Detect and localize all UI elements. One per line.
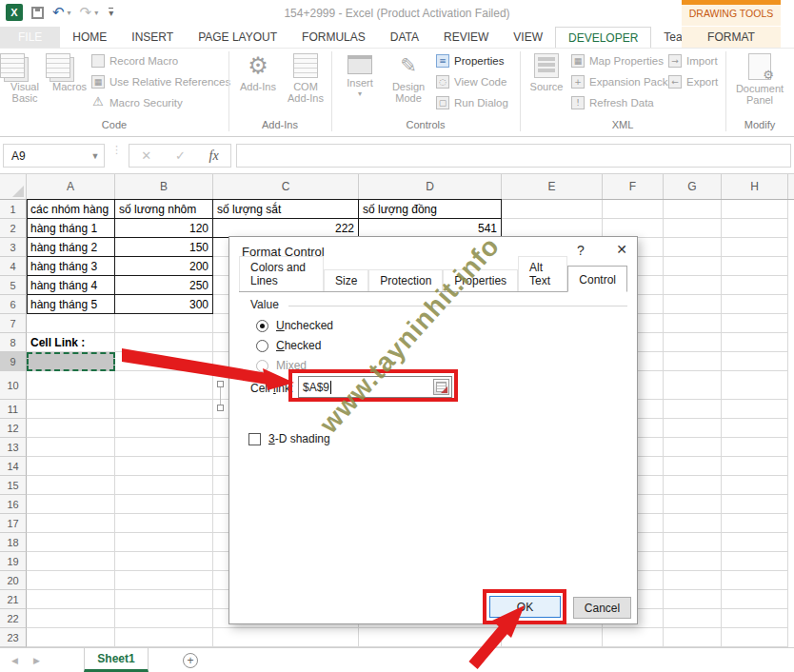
cell-G9[interactable] — [664, 352, 722, 371]
cell-H14[interactable] — [722, 457, 788, 476]
cell-A17[interactable] — [27, 514, 115, 533]
run-dialog-button[interactable]: ▢Run Dialog — [436, 94, 508, 111]
expansion-packs-button[interactable]: +Expansion Packs — [571, 73, 673, 90]
cell-G16[interactable] — [664, 495, 722, 514]
row-header-4[interactable]: 4 — [0, 257, 27, 276]
column-header-F[interactable]: F — [603, 174, 664, 199]
cell-H5[interactable] — [722, 276, 788, 295]
properties-button[interactable]: ≡Properties — [436, 52, 508, 69]
cell-G13[interactable] — [664, 438, 722, 457]
row-header-7[interactable]: 7 — [0, 314, 27, 333]
cell-G11[interactable] — [664, 400, 722, 419]
tab-developer[interactable]: DEVELOPER — [555, 27, 651, 48]
row-header-20[interactable]: 20 — [0, 571, 27, 590]
name-box[interactable]: A9 ▼ — [3, 144, 105, 168]
cell-B23[interactable] — [115, 628, 213, 647]
cell-G14[interactable] — [664, 457, 722, 476]
row-header-14[interactable]: 14 — [0, 457, 27, 476]
cell-A18[interactable] — [27, 533, 115, 552]
column-header-D[interactable]: D — [359, 174, 502, 199]
cell-A19[interactable] — [27, 552, 115, 571]
tab-review[interactable]: REVIEW — [431, 27, 501, 48]
cell-F2[interactable] — [603, 219, 664, 238]
row-header-22[interactable]: 22 — [0, 609, 27, 628]
cell-B6[interactable]: 300 — [115, 295, 213, 314]
cancel-entry-icon[interactable]: ✕ — [141, 148, 151, 163]
column-header-C[interactable]: C — [213, 174, 359, 199]
cell-H12[interactable] — [722, 419, 788, 438]
cell-G2[interactable] — [664, 219, 722, 238]
cell-D2[interactable]: 541 — [359, 219, 502, 238]
row-header-15[interactable]: 15 — [0, 476, 27, 495]
enter-entry-icon[interactable]: ✓ — [175, 148, 186, 163]
row-header-1[interactable]: 1 — [0, 200, 27, 219]
cell-B10[interactable] — [115, 371, 213, 400]
cell-B1[interactable]: số lương nhôm — [115, 199, 213, 219]
refresh-data-button[interactable]: !Refresh Data — [571, 94, 673, 111]
visual-basic-button[interactable]: Visual Basic — [4, 51, 46, 118]
cell-D23[interactable] — [359, 628, 502, 647]
cell-A4[interactable]: hàng tháng 3 — [27, 257, 115, 276]
cell-G4[interactable] — [664, 257, 722, 276]
cell-A14[interactable] — [27, 457, 115, 476]
dialog-tab-colors-and-lines[interactable]: Colors and Lines — [239, 256, 324, 291]
column-header-H[interactable]: H — [722, 174, 788, 199]
sheet-nav-right-icon[interactable]: ▶ — [33, 656, 40, 665]
document-panel-button[interactable]: Document Panel — [731, 51, 788, 118]
cell-G3[interactable] — [664, 238, 722, 257]
cell-G21[interactable] — [664, 590, 722, 609]
cell-H4[interactable] — [722, 257, 788, 276]
cell-H15[interactable] — [722, 476, 788, 495]
cell-link-input[interactable]: $A$9 — [298, 376, 452, 398]
cell-A11[interactable] — [27, 400, 115, 419]
tab-data[interactable]: DATA — [378, 27, 431, 48]
cell-B5[interactable]: 250 — [115, 276, 213, 295]
cell-G5[interactable] — [664, 276, 722, 295]
dialog-tab-properties[interactable]: Properties — [443, 269, 518, 291]
map-properties-button[interactable]: ▦Map Properties — [571, 52, 673, 69]
add-ins-button[interactable]: ⚙ Add-Ins — [236, 51, 280, 118]
dialog-tab-size[interactable]: Size — [324, 269, 368, 291]
tab-home[interactable]: HOME — [60, 27, 119, 48]
cell-B13[interactable] — [115, 438, 213, 457]
cell-B7[interactable] — [115, 314, 213, 333]
cell-B22[interactable] — [115, 609, 213, 628]
row-header-19[interactable]: 19 — [0, 552, 27, 571]
cell-A7[interactable] — [27, 314, 115, 333]
radio-unchecked[interactable]: Unchecked — [256, 319, 333, 332]
cell-B17[interactable] — [115, 514, 213, 533]
cell-G17[interactable] — [664, 514, 722, 533]
cell-G19[interactable] — [664, 552, 722, 571]
cell-G7[interactable] — [664, 314, 722, 333]
dialog-tab-protection[interactable]: Protection — [368, 269, 443, 291]
cell-H9[interactable] — [722, 352, 788, 371]
cell-F1[interactable] — [603, 200, 664, 219]
row-header-10[interactable]: 10 — [0, 371, 27, 400]
cell-H13[interactable] — [722, 438, 788, 457]
cell-A13[interactable] — [27, 438, 115, 457]
cell-H20[interactable] — [722, 571, 788, 590]
cell-A5[interactable]: hàng tháng 4 — [27, 276, 115, 295]
cell-H6[interactable] — [722, 295, 788, 314]
cell-H23[interactable] — [722, 628, 788, 647]
cell-A3[interactable]: hàng tháng 2 — [27, 238, 115, 257]
cell-B15[interactable] — [115, 476, 213, 495]
sheet-nav-left-icon[interactable]: ◀ — [11, 656, 18, 665]
range-picker-icon[interactable] — [433, 379, 449, 395]
cancel-button[interactable]: Cancel — [573, 597, 631, 619]
dialog-tab-alt-text[interactable]: Alt Text — [518, 256, 567, 291]
row-header-5[interactable]: 5 — [0, 276, 27, 295]
cell-B4[interactable]: 200 — [115, 257, 213, 276]
cell-H18[interactable] — [722, 533, 788, 552]
name-box-dropdown-icon[interactable]: ▼ — [87, 151, 104, 161]
cell-A10[interactable] — [27, 371, 115, 400]
insert-control-button[interactable]: Insert ▾ — [339, 51, 381, 118]
cell-B21[interactable] — [115, 590, 213, 609]
cell-A21[interactable] — [27, 590, 115, 609]
row-header-13[interactable]: 13 — [0, 438, 27, 457]
row-header-21[interactable]: 21 — [0, 590, 27, 609]
cell-C1[interactable]: số lượng sắt — [213, 199, 359, 219]
cell-G12[interactable] — [664, 419, 722, 438]
cell-B8[interactable] — [115, 333, 213, 352]
cell-G20[interactable] — [664, 571, 722, 590]
